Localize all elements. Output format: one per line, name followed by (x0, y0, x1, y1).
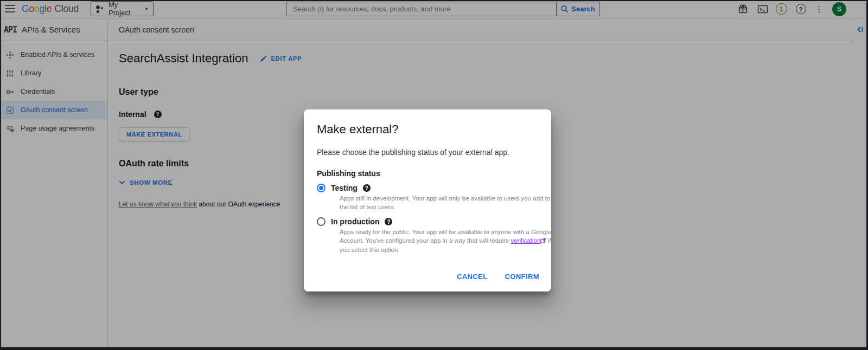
radio-testing[interactable] (317, 184, 326, 192)
external-link-icon (540, 237, 546, 245)
help-icon[interactable]: ? (363, 184, 371, 192)
option-in-production-description: Apps ready for the public. Your app will… (340, 228, 559, 254)
radio-in-production[interactable] (317, 217, 326, 226)
dialog-title: Make external? (317, 122, 538, 137)
dialog-body-text: Please choose the publishing status of y… (317, 148, 538, 157)
cancel-button[interactable]: CANCEL (457, 273, 488, 281)
option-testing-label[interactable]: Testing (331, 184, 358, 192)
option-in-production: In production ? Apps ready for the publi… (317, 217, 538, 254)
confirm-button[interactable]: CONFIRM (505, 273, 539, 281)
option-testing-description: Apps still in development. Your app will… (340, 194, 559, 211)
option-testing: Testing ? Apps still in development. You… (317, 184, 538, 211)
make-external-dialog: Make external? Please choose the publish… (304, 109, 551, 291)
verification-link[interactable]: verification (510, 237, 540, 244)
help-icon[interactable]: ? (385, 218, 392, 225)
publishing-status-label: Publishing status (317, 169, 538, 178)
option-in-production-label[interactable]: In production (331, 217, 379, 226)
